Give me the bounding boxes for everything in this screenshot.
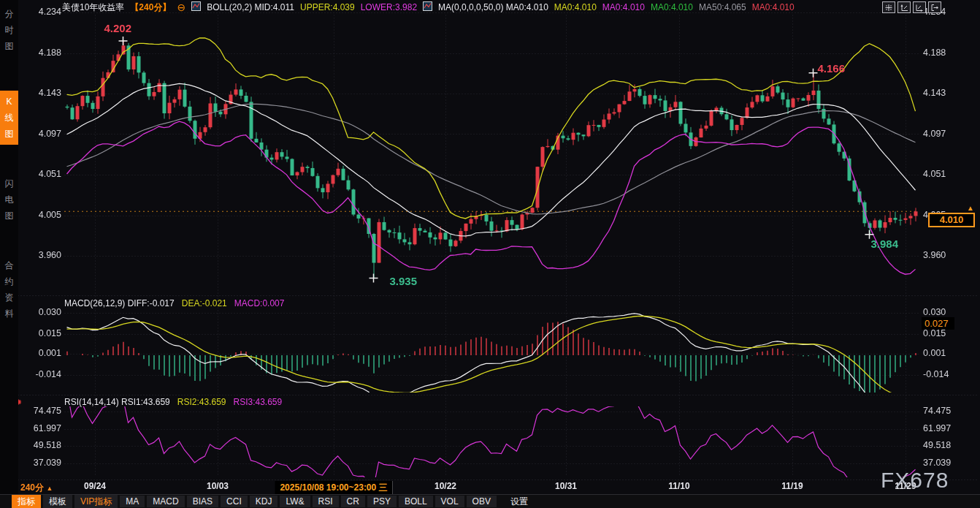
- ma-icon: [423, 1, 432, 13]
- boll-icon: [191, 1, 201, 13]
- footer-btn-CR[interactable]: CR: [341, 496, 365, 507]
- macd-value: MACD:0.007: [234, 298, 285, 308]
- footer-btn-设置[interactable]: 设置: [505, 495, 534, 508]
- price-axis-tick: 3.960: [18, 250, 61, 260]
- ma-value: MA0:4.010: [554, 2, 597, 12]
- price-axis-tick: 4.005: [18, 210, 61, 220]
- rsi-axis-tick: 61.997: [923, 423, 951, 433]
- macd-axis-tick: 0.030: [18, 307, 61, 317]
- rsi-axis-tick: 74.475: [18, 406, 61, 416]
- footer-btn-模板[interactable]: 模板: [43, 495, 72, 508]
- rsi-axis-tick: 49.518: [923, 440, 951, 450]
- x-axis-label: 11/10: [668, 481, 689, 491]
- macd-axis-tick: 0.015: [923, 328, 946, 338]
- footer-btn-PSY[interactable]: PSY: [367, 496, 397, 507]
- watermark: FX678: [881, 468, 949, 493]
- macd-value: DEA:-0.021: [182, 298, 227, 308]
- boll-value: LOWER:3.982: [361, 2, 417, 12]
- extreme-price-label: 3.935: [390, 275, 418, 287]
- rsi-axis-tick: 37.039: [923, 458, 951, 468]
- footer-btn-BOLL[interactable]: BOLL: [399, 496, 433, 507]
- macd-axis-tick: -0.014: [18, 369, 61, 379]
- price-axis-tick: 4.143: [18, 88, 61, 98]
- macd-axis-tick: 0.001: [18, 348, 61, 358]
- sidebar-item-char: 电: [0, 192, 18, 208]
- macd-axis-tick: 0.001: [923, 348, 946, 358]
- price-axis-tick: 4.097: [18, 129, 61, 139]
- ma-value: MA0:4.010: [752, 2, 795, 12]
- ma-readout: MA(0,0,0,0,50,0) MA0:4.010MA0:4.010MA0:4…: [438, 2, 795, 12]
- boll-value: UPPER:4.039: [300, 2, 355, 12]
- window-controls: [882, 1, 941, 13]
- footer-btn-CCI[interactable]: CCI: [221, 496, 248, 507]
- footer-btn-VIP指标[interactable]: VIP指标: [74, 495, 118, 508]
- rsi-header: RSI(14,14,14) RSI1:43.659RSI2:43.659RSI3…: [64, 397, 282, 407]
- x-zoom-icon[interactable]: [913, 1, 926, 13]
- macd-axis-tick: 0.015: [18, 328, 61, 338]
- sidebar-item-char: 分: [0, 6, 18, 22]
- ma-value: MA(0,0,0,0,50,0) MA0:4.010: [438, 2, 548, 12]
- price-axis-tick: 4.051: [923, 169, 946, 179]
- price-axis-tick: 4.143: [923, 88, 946, 98]
- extreme-price-label: 3.984: [871, 238, 899, 250]
- sidebar-item-char: 闪: [0, 175, 18, 192]
- timeframe-selector[interactable]: 240分 ▲: [20, 482, 53, 494]
- footer-btn-LW&[interactable]: LW&: [280, 496, 310, 507]
- sidebar-item-char: K: [0, 94, 18, 110]
- x-axis-label: 09/24: [84, 481, 106, 491]
- sidebar-item-分时图[interactable]: 分时图: [0, 3, 18, 57]
- footer-btn-MACD[interactable]: MACD: [147, 496, 184, 507]
- price-axis-tick: 3.960: [923, 250, 946, 260]
- rsi-axis-tick: 61.997: [18, 423, 61, 433]
- extreme-price-label: 4.166: [818, 62, 846, 75]
- sidebar-item-K线图[interactable]: K线图: [0, 91, 18, 145]
- extreme-price-label: 4.202: [104, 22, 132, 34]
- x-axis-label: 11/19: [781, 481, 803, 491]
- sidebar-item-闪电图[interactable]: 闪电图: [0, 173, 18, 227]
- x-axis-label: 10/31: [555, 481, 577, 491]
- footer-btn-KDJ[interactable]: KDJ: [250, 496, 278, 507]
- sidebar-item-char: 料: [0, 306, 18, 322]
- footer-btn-BIAS[interactable]: BIAS: [187, 496, 218, 507]
- boll-readout: BOLL(20,2) MID:4.011UPPER:4.039LOWER:3.9…: [207, 2, 417, 12]
- x-axis-label: 10/03: [207, 481, 229, 491]
- price-axis-tick: 4.051: [18, 169, 61, 179]
- footer-btn-VOL[interactable]: VOL: [435, 496, 464, 507]
- sidebar-item-char: 图: [0, 208, 18, 224]
- sidebar-item-char: 图: [0, 126, 18, 142]
- price-axis-tick: 4.234: [18, 7, 61, 17]
- sidebar-item-char: 线: [0, 110, 18, 126]
- period-badge[interactable]: 【240分】: [130, 1, 171, 14]
- sidebar-item-char: 合: [0, 257, 18, 273]
- footer-btn-RSI[interactable]: RSI: [313, 496, 339, 507]
- indicator-toolbar: 指标模板VIP指标MAMACDBIASCCIKDJLW&RSICRPSYBOLL…: [0, 494, 980, 508]
- zoom-out-icon[interactable]: ⊖: [177, 1, 185, 13]
- footer-btn-指标[interactable]: 指标: [12, 495, 41, 508]
- sidebar-item-char: 图: [0, 38, 18, 54]
- ma-value: MA0:4.010: [602, 2, 645, 12]
- rsi-axis-tick: 49.518: [18, 440, 61, 450]
- rsi-value: RSI(14,14,14) RSI1:43.659: [64, 397, 170, 407]
- pan-icon[interactable]: [882, 1, 895, 13]
- macd-value: MACD(26,12,9) DIFF:-0.017: [64, 298, 175, 308]
- y-zoom-icon[interactable]: [897, 1, 911, 13]
- macd-header: MACD(26,12,9) DIFF:-0.017DEA:-0.021MACD:…: [64, 298, 284, 308]
- x-axis-label: 10/22: [435, 481, 456, 491]
- sidebar-item-合约资料[interactable]: 合约资料: [0, 254, 18, 325]
- footer-btn-MA[interactable]: MA: [120, 496, 145, 507]
- chart-header: 美债10年收益率 【240分】 ⊖ BOLL(20,2) MID:4.011UP…: [62, 1, 795, 14]
- time-axis: 09/2410/032025/10/08 19:00~23:00 三10/221…: [0, 480, 980, 493]
- exit-fullscreen-icon[interactable]: [928, 1, 941, 13]
- macd-axis-tick: -0.014: [923, 369, 949, 379]
- sidebar-item-char: 时: [0, 22, 18, 38]
- macd-axis-tick: 0.030: [923, 307, 946, 317]
- price-axis-tick: 4.097: [923, 129, 946, 139]
- chart-canvas[interactable]: [0, 0, 980, 508]
- trading-app: 分时图K线图闪电图合约资料 美债10年收益率 【240分】 ⊖ BOLL(20,…: [0, 0, 980, 508]
- boll-value: BOLL(20,2) MID:4.011: [207, 2, 294, 12]
- current-price-label: 4.010: [928, 213, 975, 227]
- page-title: 美债10年收益率: [62, 1, 124, 14]
- footer-btn-OBV[interactable]: OBV: [467, 496, 497, 507]
- ma-value: MA50:4.065: [699, 2, 746, 12]
- chevron-up-icon: ▲: [46, 485, 53, 492]
